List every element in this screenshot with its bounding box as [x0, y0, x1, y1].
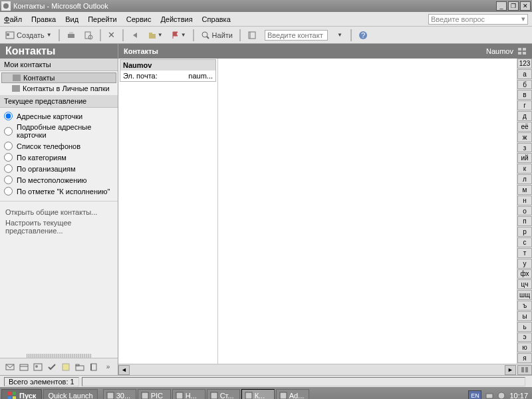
alpha-к[interactable]: к: [517, 164, 532, 174]
quick-launch[interactable]: Quick Launch: [43, 389, 97, 399]
help-button[interactable]: ?: [356, 29, 370, 42]
alpha-фх[interactable]: фх: [517, 269, 532, 279]
contact-card-0[interactable]: NaumovЭл. почта:naum...: [120, 59, 216, 82]
scroll-left-button[interactable]: ◄: [118, 365, 130, 375]
view-radio-0[interactable]: [4, 112, 13, 120]
language-indicator[interactable]: EN: [468, 390, 481, 399]
shortcut-mail[interactable]: [4, 361, 16, 373]
view-radio-6[interactable]: [4, 187, 13, 196]
alpha-п[interactable]: п: [517, 216, 532, 226]
address-book-button[interactable]: [245, 29, 259, 42]
horizontal-scrollbar[interactable]: ◄ ►: [118, 364, 532, 375]
view-radio-4[interactable]: [4, 164, 13, 173]
alpha-г[interactable]: г: [517, 100, 532, 110]
contact-search-dropdown[interactable]: ▼: [333, 29, 346, 42]
nav-item-0[interactable]: Контакты: [1, 72, 116, 83]
close-button[interactable]: ✕: [520, 1, 531, 11]
alpha-т[interactable]: т: [517, 248, 532, 258]
alpha-л[interactable]: л: [517, 174, 532, 184]
reply-button[interactable]: [128, 29, 142, 42]
taskbar: Пуск Quick Launch 30...PICН...Ст...К...A…: [0, 387, 532, 399]
view-option-1[interactable]: Подробные адресные карточки: [4, 122, 114, 140]
alpha-ий[interactable]: ий: [517, 153, 532, 163]
alpha-цч[interactable]: цч: [517, 279, 532, 289]
alpha-в[interactable]: в: [517, 90, 532, 100]
alpha-123[interactable]: 123: [517, 59, 532, 68]
menu-view[interactable]: Вид: [65, 15, 78, 23]
move-button[interactable]: ▼: [145, 29, 166, 42]
alpha-ю[interactable]: ю: [517, 342, 532, 352]
shortcut-journal[interactable]: [88, 361, 100, 373]
alpha-я[interactable]: я: [517, 353, 532, 363]
view-radio-2[interactable]: [4, 142, 13, 150]
taskbar-task-3[interactable]: Ст...: [207, 389, 240, 399]
find-button[interactable]: Найти: [198, 29, 235, 42]
taskbar-task-2[interactable]: Н...: [172, 389, 205, 399]
print-button[interactable]: [64, 29, 78, 42]
print-preview-button[interactable]: [81, 29, 96, 42]
alpha-а[interactable]: а: [517, 69, 532, 79]
create-button[interactable]: Создать ▼: [3, 29, 55, 42]
menu-file[interactable]: Файл: [4, 15, 22, 23]
menu-actions[interactable]: Действия: [160, 15, 192, 23]
shortcut-folders[interactable]: [74, 361, 86, 373]
svg-rect-2: [7, 33, 9, 36]
mail-icon: [5, 363, 15, 371]
alpha-ь[interactable]: ь: [517, 322, 532, 332]
link-open-shared-contacts[interactable]: Открыть общие контакты...: [5, 207, 112, 217]
contact-search-input[interactable]: [262, 29, 331, 42]
view-option-0[interactable]: Адресные карточки: [4, 110, 114, 122]
alpha-у[interactable]: у: [517, 259, 532, 269]
tray-icon-2[interactable]: [497, 392, 505, 399]
alpha-ы[interactable]: ы: [517, 311, 532, 321]
alpha-д[interactable]: д: [517, 111, 532, 121]
alpha-о[interactable]: о: [517, 206, 532, 216]
menubar: Файл Правка Вид Перейти Сервис Действия …: [0, 12, 532, 27]
view-radio-5[interactable]: [4, 176, 13, 184]
view-toggle-button[interactable]: [517, 365, 532, 375]
ask-question-input[interactable]: Введите вопрос▾: [428, 14, 528, 25]
taskbar-task-4[interactable]: К...: [241, 389, 275, 399]
alpha-з[interactable]: з: [517, 143, 532, 153]
shortcut-notes[interactable]: [60, 361, 72, 373]
view-option-5[interactable]: По местоположению: [4, 174, 114, 186]
card-email-value: naum...: [163, 72, 213, 80]
shortcut-tasks[interactable]: [46, 361, 58, 373]
alpha-б[interactable]: б: [517, 80, 532, 90]
start-button[interactable]: Пуск: [1, 389, 42, 399]
taskbar-task-1[interactable]: PIC: [138, 389, 171, 399]
menu-edit[interactable]: Правка: [31, 15, 56, 23]
view-option-4[interactable]: По организациям: [4, 163, 114, 174]
alpha-шщ[interactable]: шщ: [517, 290, 532, 300]
alpha-её[interactable]: её: [517, 122, 532, 132]
menu-help[interactable]: Справка: [202, 15, 231, 23]
alpha-ъ[interactable]: ъ: [517, 301, 532, 311]
clock[interactable]: 10:17: [509, 392, 528, 399]
minimize-button[interactable]: _: [496, 1, 507, 11]
view-option-6[interactable]: По отметке "К исполнению": [4, 186, 114, 197]
shortcut-configure[interactable]: »: [102, 361, 114, 373]
alpha-м[interactable]: м: [517, 185, 532, 195]
tray-icon-1[interactable]: [485, 392, 493, 399]
view-option-2[interactable]: Список телефонов: [4, 140, 114, 152]
view-option-3[interactable]: По категориям: [4, 152, 114, 163]
link-customize-view[interactable]: Настроить текущее представление...: [5, 217, 112, 236]
view-radio-1[interactable]: [4, 127, 13, 136]
alpha-с[interactable]: с: [517, 237, 532, 247]
alpha-ж[interactable]: ж: [517, 132, 532, 142]
delete-button[interactable]: ✕: [105, 29, 118, 42]
scroll-right-button[interactable]: ►: [505, 365, 516, 375]
maximize-button[interactable]: ❐: [508, 1, 519, 11]
menu-go[interactable]: Перейти: [88, 15, 117, 23]
flag-button[interactable]: ▼: [168, 29, 189, 42]
menu-tools[interactable]: Сервис: [126, 15, 152, 23]
shortcut-contacts[interactable]: [32, 361, 44, 373]
nav-item-1[interactable]: Контакты в Личные папки: [0, 83, 118, 94]
alpha-н[interactable]: н: [517, 196, 532, 205]
view-radio-3[interactable]: [4, 153, 13, 162]
alpha-э[interactable]: э: [517, 332, 532, 342]
shortcut-calendar[interactable]: [18, 361, 30, 373]
taskbar-task-0[interactable]: 30...: [103, 389, 136, 399]
alpha-р[interactable]: р: [517, 227, 532, 237]
taskbar-task-5[interactable]: Ad...: [276, 389, 309, 399]
